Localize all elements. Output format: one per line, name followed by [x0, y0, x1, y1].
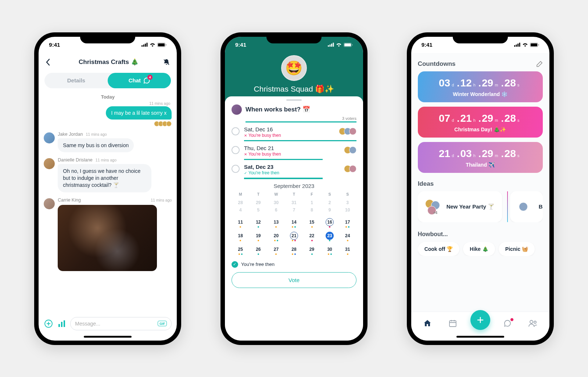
cal-day[interactable]: 21 [285, 230, 303, 244]
placeholder: Message... [75, 321, 100, 327]
poll-option[interactable]: Thu, Dec 21 You're busy then [225, 141, 363, 160]
mute-button[interactable] [163, 58, 170, 66]
cal-day[interactable]: 18 [232, 230, 250, 244]
cal-day[interactable]: 6 [267, 206, 285, 217]
cal-day[interactable]: 15 [303, 217, 321, 230]
nav-people[interactable] [525, 316, 541, 331]
cal-day[interactable]: 4 [232, 206, 250, 217]
nav-calendar[interactable] [445, 316, 460, 331]
cal-day[interactable]: 31 [285, 199, 303, 206]
countdown-card[interactable]: 21d. 03h. 29m. 28s Thailand ✈️ [418, 142, 543, 173]
cal-day[interactable]: 26 [250, 244, 268, 257]
cal-day[interactable]: 8 [303, 206, 321, 217]
avatar [349, 146, 356, 154]
avatar[interactable] [44, 198, 55, 209]
countdown-numbers: 03d. 12h. 29m. 28s [424, 77, 536, 89]
cal-day[interactable]: 30 [267, 199, 285, 206]
cal-day[interactable]: 2 [321, 199, 339, 206]
nav-add[interactable] [470, 310, 490, 330]
cal-day[interactable]: 23 [321, 230, 339, 244]
cal-day[interactable]: 3 [338, 199, 356, 206]
countdown-label: Thailand ✈️ [424, 162, 536, 168]
nav-home[interactable] [420, 316, 435, 331]
cal-day[interactable]: 16 [321, 217, 339, 230]
cal-day[interactable]: 1 [303, 199, 321, 206]
cal-day[interactable]: 20 [267, 230, 285, 244]
chip[interactable]: Hike 🎄 [463, 242, 495, 256]
cal-day[interactable]: 10 [338, 206, 356, 217]
incoming-message: Carrie King 11 mins ago [44, 198, 172, 271]
pencil-icon [536, 61, 543, 67]
cal-day[interactable]: 25 [232, 244, 250, 257]
vote-button[interactable]: Vote [232, 272, 356, 288]
svg-rect-0 [141, 45, 143, 47]
gif-attachment[interactable] [58, 205, 157, 271]
home-indicator[interactable] [84, 336, 132, 338]
secs: 28 [505, 113, 516, 124]
notch [266, 32, 322, 43]
wifi-icon [150, 43, 155, 47]
radio[interactable] [232, 165, 240, 173]
gif-button[interactable]: GIF [158, 321, 167, 326]
svg-rect-6 [166, 44, 166, 46]
svg-rect-22 [519, 43, 520, 47]
message-bubble[interactable]: Same my bus is on diversion [58, 138, 134, 153]
cal-day[interactable]: 27 [267, 244, 285, 257]
outgoing-message[interactable]: I may be a lil late sorry x [106, 106, 172, 120]
home-body[interactable]: Countdowns 03d. 12h. 29m. 28s Winter Won… [411, 53, 549, 312]
reactions[interactable] [44, 121, 172, 127]
countdown-card[interactable]: 03d. 12h. 29m. 28s Winter Wonderland ❄️ [418, 71, 543, 102]
cal-day[interactable]: 14 [285, 217, 303, 230]
cal-day[interactable]: 7 [285, 206, 303, 217]
poll-author-avatar[interactable] [232, 104, 242, 115]
cal-day[interactable]: 30 [321, 244, 339, 257]
cal-day[interactable]: 9 [321, 206, 339, 217]
tab-chat[interactable]: Chat 4 [108, 73, 171, 88]
cal-day[interactable]: 29 [250, 199, 268, 206]
tab-details[interactable]: Details [44, 73, 108, 88]
date-separator: Today [44, 94, 172, 100]
avatar[interactable] [44, 132, 55, 143]
poll-sheet: When works best? 📅 3 voters Sat, Dec 16 … [225, 96, 363, 341]
home-indicator[interactable] [456, 336, 504, 338]
radio[interactable] [232, 127, 240, 135]
poll-button[interactable] [57, 319, 67, 328]
message-bubble[interactable]: Oh no, I guess we have no choice but to … [58, 164, 151, 192]
poll-option[interactable]: Sat, Dec 23 You're free then [225, 160, 363, 179]
radio[interactable] [232, 146, 240, 154]
svg-rect-17 [344, 43, 351, 46]
cal-day[interactable]: 17 [338, 217, 356, 230]
idea-card[interactable]: B [510, 191, 543, 222]
back-button[interactable] [42, 56, 54, 68]
countdown-card[interactable]: 07d. 21h. 29m. 28s Christmas Day! 🎄✨ [418, 107, 543, 138]
suggestion-chips[interactable]: Cook off 🏆 Hike 🎄 Picnic 🧺 [418, 242, 543, 256]
cal-day[interactable]: 28 [232, 199, 250, 206]
notification-badge [510, 318, 514, 321]
chip[interactable]: Cook off 🏆 [418, 242, 460, 256]
poll-option[interactable]: Sat, Dec 16 You're busy then [225, 122, 363, 141]
cal-day[interactable]: 29 [303, 244, 321, 257]
group-avatar[interactable]: 🤩 [281, 55, 307, 81]
countdown-label: Christmas Day! 🎄✨ [424, 127, 536, 132]
svg-rect-13 [329, 45, 330, 47]
cal-day[interactable]: 19 [250, 230, 268, 244]
nav-chat[interactable] [500, 316, 515, 331]
chat-messages[interactable]: Today 11 mins ago I may be a lil late so… [39, 92, 177, 313]
idea-card[interactable]: +4 New Year Party 🍸 [418, 191, 502, 222]
cal-day[interactable]: 13 [267, 217, 285, 230]
cal-day[interactable]: 28 [285, 244, 303, 257]
ideas-list[interactable]: +4 New Year Party 🍸 B [418, 191, 543, 222]
cal-day[interactable]: 22 [303, 230, 321, 244]
cal-day[interactable]: 11 [232, 217, 250, 230]
avatar[interactable] [44, 158, 55, 169]
cal-day[interactable]: 12 [250, 217, 268, 230]
add-button[interactable] [44, 319, 53, 328]
cal-day[interactable]: 5 [250, 206, 268, 217]
cal-day[interactable]: 24 [338, 230, 356, 244]
countdown-numbers: 07d. 21h. 29m. 28s [424, 113, 536, 124]
cal-day[interactable]: 31 [338, 244, 356, 257]
message-input[interactable]: Message... GIF [70, 317, 172, 330]
chip[interactable]: Picnic 🧺 [499, 242, 535, 256]
edit-button[interactable] [536, 61, 543, 67]
sheet-handle[interactable] [286, 99, 302, 101]
